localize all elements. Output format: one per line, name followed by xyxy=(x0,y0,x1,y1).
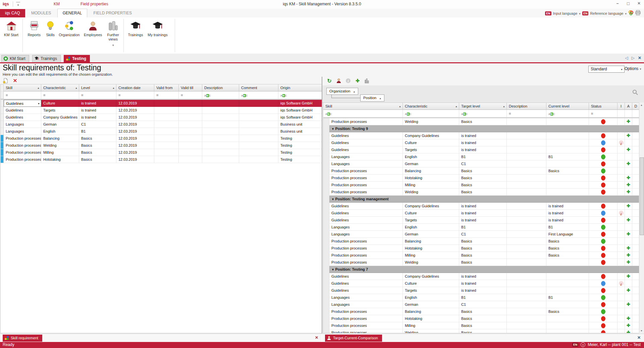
table-row[interactable]: LanguagesEnglishB1B1 xyxy=(323,153,639,160)
table-row[interactable]: GuidelinesCompany Guidelinesis trained12… xyxy=(1,114,322,121)
table-row[interactable]: GuidelinesCompany Guidelinesis trained xyxy=(323,132,639,139)
column-header-characteristic[interactable]: Characteristic xyxy=(41,84,79,91)
table-row[interactable]: Production processesWeldingBasics xyxy=(323,259,639,266)
search-icon[interactable] xyxy=(632,89,638,96)
column-header-status[interactable]: Status xyxy=(589,103,618,110)
close-skill-requirement-icon[interactable] xyxy=(315,335,318,340)
km-start-button[interactable]: KM Start xyxy=(2,19,20,47)
further-views-button[interactable]: Further views xyxy=(105,19,121,47)
filter-origin-abc-filter-icon[interactable] xyxy=(278,91,322,99)
add-training-icon[interactable] xyxy=(627,245,630,252)
report-columns-icon[interactable] xyxy=(364,78,370,84)
table-row[interactable]: LanguagesGermanC112.03.2019Business unit xyxy=(1,121,322,128)
table-row[interactable]: Production processesMillingBasicsBasics xyxy=(323,252,639,259)
column-header-description[interactable]: Description xyxy=(202,84,239,91)
column-header-skill[interactable]: Skill xyxy=(4,84,41,91)
table-row[interactable]: LanguagesEnglishB1B1 xyxy=(323,224,639,231)
add-training-icon[interactable] xyxy=(627,322,630,329)
column-header-creation-date[interactable]: Creation date xyxy=(116,84,154,91)
language-colors-icon[interactable] xyxy=(628,10,634,16)
quick-access-dropdown-icon[interactable] xyxy=(16,2,20,7)
printer-icon[interactable] xyxy=(635,10,641,16)
filter-skill[interactable] xyxy=(4,91,41,99)
table-row[interactable]: Production processesHotstakingBasics xyxy=(323,175,639,182)
table-row[interactable]: GuidelinesTargetsis trained xyxy=(323,146,639,153)
scrollbar-thumb[interactable] xyxy=(640,157,644,235)
add-icon[interactable] xyxy=(355,78,361,84)
vertical-scrollbar[interactable] xyxy=(639,102,644,333)
employees-button[interactable]: Employees xyxy=(81,19,105,47)
table-row[interactable]: GuidelinesCultureis trained12.03.2019iqs… xyxy=(1,100,322,107)
table-row[interactable]: Production processesWeldingBasics12.03.2… xyxy=(1,142,322,149)
my-trainings-button[interactable]: My trainings xyxy=(145,19,170,47)
table-row[interactable]: Production processesBalancingBasics12.03… xyxy=(1,135,322,142)
table-row[interactable]: Production processesBalancingBasicsBasic… xyxy=(323,167,639,175)
status-language-badge[interactable]: EN xyxy=(572,343,579,347)
table-row[interactable]: Production processesBalancingBasicsBasic… xyxy=(323,308,639,315)
add-training-icon[interactable] xyxy=(627,160,630,167)
ribbon-tab-iqs-caq[interactable]: iqs CAQ xyxy=(0,9,25,17)
table-row[interactable]: GuidelinesCultureis trained xyxy=(323,280,639,287)
refresh-icon[interactable] xyxy=(326,78,332,84)
tab-close-icon[interactable] xyxy=(638,56,641,60)
add-training-icon[interactable] xyxy=(627,203,630,210)
column-header-level[interactable]: Level xyxy=(79,84,116,91)
minimize-icon[interactable] xyxy=(614,1,621,6)
filter-valid-till[interactable] xyxy=(179,91,202,99)
doc-tab-trainings[interactable]: Trainings xyxy=(32,55,61,62)
input-language-dropdown-icon[interactable] xyxy=(579,11,581,16)
ribbon-tab-general[interactable]: GENERAL xyxy=(57,9,87,18)
column-header-comment[interactable]: Comment xyxy=(239,84,278,91)
add-training-icon[interactable] xyxy=(627,182,630,189)
column-header-skill[interactable]: Skill xyxy=(323,103,403,110)
add-training-icon[interactable] xyxy=(627,175,630,182)
add-training-icon[interactable] xyxy=(627,259,630,266)
add-training-icon[interactable] xyxy=(627,252,630,259)
filter-comment-abc-filter-icon[interactable] xyxy=(239,91,278,99)
ribbon-tab-modules[interactable]: MODULES xyxy=(26,9,56,17)
tab-scroll-right-icon[interactable] xyxy=(632,56,635,60)
group-by-position-button[interactable]: Position xyxy=(360,94,384,101)
column-header-current-level[interactable]: Current level xyxy=(546,103,589,110)
group-row[interactable]: Position: Testing management xyxy=(323,196,639,203)
table-row[interactable]: GuidelinesTargetsis trained12.03.2019iqs… xyxy=(1,107,322,114)
table-row[interactable]: Production processesMillingBasics xyxy=(323,182,639,189)
doc-tab-km-start[interactable]: KM Start xyxy=(1,55,29,62)
ribbon-tab-field-properties[interactable]: FIELD PROPERTIES xyxy=(88,9,137,17)
group-row[interactable]: Position: Testing 7 xyxy=(323,266,639,273)
reference-language-dropdown-icon[interactable] xyxy=(625,11,627,16)
table-row[interactable]: Production processesHotstakingBasics xyxy=(323,315,639,322)
filter-creation-date[interactable] xyxy=(116,91,154,99)
table-row[interactable]: LanguagesGermanC1First Language xyxy=(323,231,639,238)
table-row[interactable]: GuidelinesCultureis trainedis trained xyxy=(323,210,639,217)
info-indicator-icon[interactable] xyxy=(619,140,624,145)
table-row[interactable]: GuidelinesTargetsis trainedis trained xyxy=(323,217,639,224)
reference-language-selector[interactable]: Reference language xyxy=(590,11,623,15)
table-row[interactable]: LanguagesEnglishB112.03.2019Business uni… xyxy=(1,128,322,135)
table-row[interactable]: GuidelinesCompany Guidelinesis trained xyxy=(323,273,639,280)
column-header-characteristic[interactable]: Characteristic xyxy=(403,103,459,110)
restore-icon[interactable] xyxy=(625,1,631,6)
app-menu-button[interactable]: iqs xyxy=(3,1,9,6)
filter-skill-abc-filter-icon[interactable] xyxy=(323,110,403,117)
table-row[interactable]: LanguagesGermanC1 xyxy=(323,301,639,308)
filter-characteristic-abc-filter-icon[interactable] xyxy=(403,110,459,117)
options-button[interactable]: Options xyxy=(625,66,641,71)
skill-requirement-tab[interactable]: Skill requirement xyxy=(3,335,42,342)
table-row[interactable]: GuidelinesCultureis trained xyxy=(323,139,639,146)
add-training-icon[interactable] xyxy=(627,231,630,238)
filter-characteristic[interactable] xyxy=(41,91,79,99)
scroll-up-icon[interactable] xyxy=(639,102,644,108)
table-row[interactable]: Production processesHotstakingBasicsBasi… xyxy=(323,245,639,252)
doc-tab-testing[interactable]: Testing xyxy=(64,55,90,62)
add-training-icon[interactable] xyxy=(627,132,630,139)
add-training-icon[interactable] xyxy=(627,287,630,294)
table-row[interactable]: GuidelinesCompany Guidelinesis trainedis… xyxy=(323,203,639,210)
add-training-icon[interactable] xyxy=(627,118,630,125)
column-header-valid-till[interactable]: Valid till xyxy=(179,84,202,91)
further-views-dropdown-icon[interactable] xyxy=(112,43,114,47)
trainings-button[interactable]: Trainings xyxy=(126,19,145,47)
table-row[interactable]: LanguagesGermanC1 xyxy=(323,160,639,167)
column-header-d[interactable]: D xyxy=(632,103,639,110)
filter-target-level-abc-filter-icon[interactable] xyxy=(459,110,507,117)
